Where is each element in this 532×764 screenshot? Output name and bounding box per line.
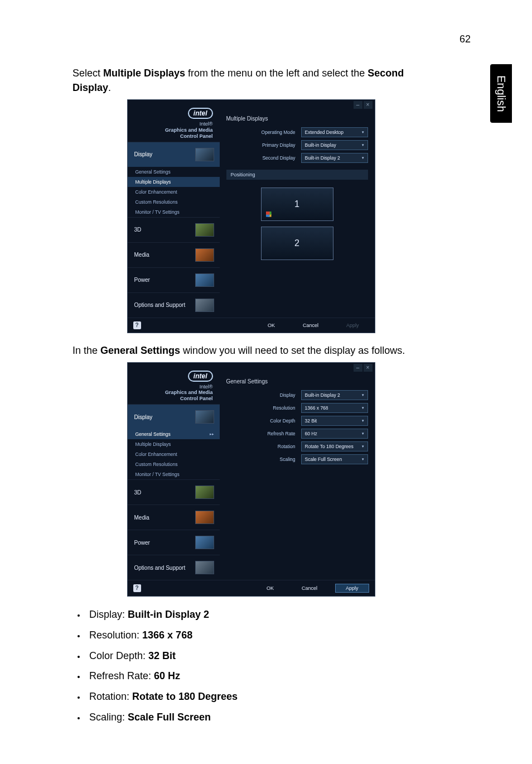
sidebar: intel Intel® Graphics and Media Control …	[128, 363, 220, 580]
second-display-select[interactable]: Built-in Display 2▾	[301, 153, 368, 163]
monitor-2-number: 2	[294, 238, 299, 248]
rotation-select[interactable]: Rotate To 180 Degrees▾	[301, 441, 368, 451]
nav-options-support[interactable]: Options and Support	[128, 555, 220, 580]
paragraph-1: Select Multiple Displays from the menu o…	[72, 66, 429, 95]
operating-mode-select[interactable]: Extended Desktop▾	[301, 127, 368, 137]
nav-media[interactable]: Media	[128, 242, 220, 267]
help-button[interactable]: ?	[133, 321, 141, 329]
windows-icon	[266, 212, 274, 218]
bullet-value: 60 Hz	[154, 670, 180, 681]
nav-media-label: Media	[134, 252, 149, 258]
resolution-value: 1366 x 768	[305, 405, 328, 411]
rotation-value: Rotate To 180 Degrees	[305, 444, 354, 449]
bullet-label: Display:	[89, 609, 128, 620]
intel-logo: intel	[188, 371, 213, 382]
chevron-down-icon: ▾	[362, 156, 364, 160]
sub-nav-custom-resolutions[interactable]: Custom Resolutions	[128, 459, 220, 469]
sub-nav-general-settings[interactable]: General Settings	[128, 429, 220, 439]
resolution-select[interactable]: 1366 x 768▾	[301, 403, 368, 413]
panel1-title: Multiple Displays	[226, 116, 368, 122]
main-area: Multiple Displays Operating Mode Extende…	[220, 100, 375, 317]
apply-button[interactable]: Apply	[335, 584, 369, 593]
nav-power[interactable]: Power	[128, 267, 220, 292]
display-value: Built-in Display 2	[305, 392, 340, 398]
bullet-label: Rotation:	[89, 691, 132, 702]
page-content: Select Multiple Displays from the menu o…	[72, 66, 429, 730]
ok-button[interactable]: OK	[257, 584, 284, 592]
nav-power-label: Power	[134, 277, 150, 283]
nav-3d[interactable]: 3D	[128, 479, 220, 504]
p1-text-c: .	[108, 82, 111, 93]
nav-media[interactable]: Media	[128, 504, 220, 530]
p2-text-b: window you will need to set the display …	[180, 345, 405, 356]
nav-3d[interactable]: 3D	[128, 217, 220, 242]
nav-display[interactable]: Display	[128, 142, 220, 167]
p2-text-a: In the	[72, 345, 100, 356]
primary-display-value: Built-in Display	[305, 142, 336, 148]
nav-options-label: Options and Support	[134, 565, 186, 571]
3d-thumb-icon	[195, 486, 214, 499]
options-thumb-icon	[195, 561, 214, 574]
logo-line-3: Control Panel	[134, 396, 213, 402]
settings-bullet-list: Display: Built-in Display 2 Resolution: …	[86, 607, 429, 725]
paragraph-2: In the General Settings window you will …	[72, 343, 429, 358]
bullet-value: 32 Bit	[148, 650, 176, 661]
chevron-down-icon: ▾	[362, 457, 364, 462]
cancel-button[interactable]: Cancel	[292, 584, 327, 592]
logo-line-1: Intel®	[134, 384, 213, 390]
sub-nav-general-settings[interactable]: General Settings	[128, 167, 220, 177]
bullet-label: Color Depth:	[89, 650, 148, 661]
nav-3d-label: 3D	[134, 227, 142, 233]
nav-power[interactable]: Power	[128, 530, 220, 555]
list-item: Rotation: Rotate to 180 Degrees	[86, 689, 429, 705]
second-display-value: Built-in Display 2	[305, 155, 340, 161]
p1-bold-a: Multiple Displays	[103, 68, 185, 79]
chevron-down-icon: ▾	[362, 419, 364, 423]
sub-nav-custom-resolutions[interactable]: Custom Resolutions	[128, 197, 220, 207]
list-item: Refresh Rate: 60 Hz	[86, 668, 429, 684]
display-select[interactable]: Built-in Display 2▾	[301, 390, 368, 400]
refresh-rate-select[interactable]: 60 Hz▾	[301, 429, 368, 439]
sub-nav-monitor-tv[interactable]: Monitor / TV Settings	[128, 207, 220, 217]
chevron-down-icon: ▾	[362, 444, 364, 449]
color-depth-select[interactable]: 32 Bit▾	[301, 416, 368, 426]
chevron-down-icon: ▾	[362, 406, 364, 410]
apply-button-disabled: Apply	[336, 321, 369, 329]
monitor-1[interactable]: 1	[261, 188, 333, 221]
bullet-label: Refresh Rate:	[89, 670, 154, 681]
bullet-value: Built-in Display 2	[128, 609, 209, 620]
sub-nav-monitor-tv[interactable]: Monitor / TV Settings	[128, 469, 220, 479]
logo-line-1: Intel®	[134, 121, 213, 127]
monitor-2[interactable]: 2	[261, 227, 333, 260]
ok-button[interactable]: OK	[258, 321, 285, 329]
chevron-down-icon: ▾	[362, 130, 364, 134]
refresh-rate-value: 60 Hz	[305, 431, 317, 436]
bullet-value: Rotate to 180 Degrees	[132, 691, 238, 702]
sub-nav-color-enhancement[interactable]: Color Enhancement	[128, 187, 220, 197]
display-label: Display	[226, 392, 301, 398]
bottom-bar: ? OK Cancel Apply	[128, 580, 375, 596]
row-color-depth: Color Depth 32 Bit▾	[226, 416, 368, 426]
operating-mode-label: Operating Mode	[226, 129, 301, 135]
list-item: Resolution: 1366 x 768	[86, 627, 429, 643]
sub-nav-multiple-displays[interactable]: Multiple Displays	[128, 439, 220, 449]
logo-line-2: Graphics and Media	[134, 390, 213, 396]
scaling-value: Scale Full Screen	[305, 457, 342, 462]
p1-text-a: Select	[72, 68, 103, 79]
nav-options-support[interactable]: Options and Support	[128, 292, 220, 318]
help-button[interactable]: ?	[133, 584, 141, 592]
sub-nav-color-enhancement[interactable]: Color Enhancement	[128, 449, 220, 459]
nav-power-label: Power	[134, 540, 150, 546]
row-scaling: Scaling Scale Full Screen▾	[226, 454, 368, 464]
language-tab[interactable]: English	[490, 64, 512, 123]
primary-display-select[interactable]: Built-in Display▾	[301, 140, 368, 150]
sub-nav-multiple-displays[interactable]: Multiple Displays	[128, 177, 220, 187]
nav-display[interactable]: Display	[128, 404, 220, 429]
operating-mode-value: Extended Desktop	[305, 129, 344, 135]
positioning-section: Positioning 1 2	[226, 170, 368, 260]
scaling-select[interactable]: Scale Full Screen▾	[301, 454, 368, 464]
row-primary-display: Primary Display Built-in Display▾	[226, 140, 368, 150]
bullet-label: Resolution:	[89, 630, 142, 641]
cancel-button[interactable]: Cancel	[293, 321, 328, 329]
primary-display-label: Primary Display	[226, 142, 301, 148]
